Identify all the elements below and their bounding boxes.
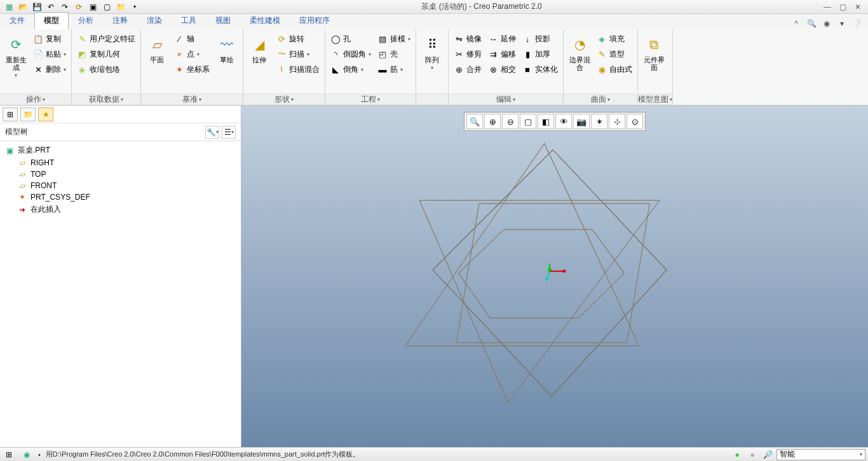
selection-filter-combo[interactable]: 智能 ▾ <box>776 449 865 460</box>
axis-button[interactable]: ⁄轴 <box>172 32 212 46</box>
plane-button[interactable]: ▱平面 <box>144 32 170 66</box>
ribbon-label-operations[interactable]: 操作▾ <box>0 93 71 105</box>
sidebar-tab-favorites[interactable]: ★ <box>38 107 53 121</box>
tree-item-right[interactable]: ▱ RIGHT <box>0 157 241 169</box>
ribbon-label-intent[interactable]: 模型意图▾ <box>638 93 672 105</box>
collapse-ribbon-button[interactable]: ^ <box>790 18 802 29</box>
tab-analysis[interactable]: 分析 <box>69 12 103 29</box>
freestyle-button[interactable]: ◉自由式 <box>594 62 635 76</box>
tree-show-button[interactable]: ☰▾ <box>222 126 236 139</box>
tree-item-insert[interactable]: ➜ 在此插入 <box>0 203 241 216</box>
shrinkwrap-button[interactable]: ◈收缩包络 <box>74 62 138 76</box>
regen-button[interactable]: ⟳ <box>72 1 85 13</box>
close-button[interactable]: ✕ <box>853 3 863 11</box>
tab-render[interactable]: 渲染 <box>137 12 172 29</box>
sidebar-tab-tree[interactable]: ⊞ <box>3 107 18 121</box>
ribbon-label-engineering[interactable]: 工程▾ <box>325 93 416 105</box>
qat-dropdown[interactable]: ▾ <box>128 1 141 13</box>
tab-tools[interactable]: 工具 <box>172 12 206 29</box>
datum-display-button[interactable]: ✶ <box>591 114 607 129</box>
zoom-out-button[interactable]: ⊖ <box>502 114 519 129</box>
new-button[interactable]: ▦ <box>3 1 15 13</box>
paste-button[interactable]: 📄粘贴▾ <box>31 47 69 61</box>
view-manager-button[interactable]: 📷 <box>573 114 590 129</box>
settings-dropdown[interactable]: ▾ <box>836 18 848 29</box>
udf-button[interactable]: ✎用户定义特征 <box>74 32 138 46</box>
csys-icon: ✶ <box>18 193 27 202</box>
redo-button[interactable]: ↷ <box>58 1 71 13</box>
tab-flex[interactable]: 柔性建模 <box>240 12 290 29</box>
find-button[interactable]: 🔎 <box>761 449 774 460</box>
tree-root[interactable]: ▣ 茶桌.PRT <box>0 144 241 157</box>
help-button[interactable]: ❔ <box>851 18 863 29</box>
tree-item-top[interactable]: ▱ TOP <box>0 169 241 180</box>
style-button[interactable]: ✎造型 <box>594 47 635 61</box>
chamfer-button[interactable]: ◣倒角▾ <box>328 62 374 76</box>
display-style-button[interactable]: ◧ <box>538 114 554 129</box>
saved-views-button[interactable]: 👁 <box>555 114 572 129</box>
search-button[interactable]: 🔍 <box>806 18 817 29</box>
ribbon-label-surface[interactable]: 曲面▾ <box>564 93 637 105</box>
ribbon-label-shape[interactable]: 形状▾ <box>243 93 325 105</box>
thicken-button[interactable]: ▮加厚 <box>520 47 560 61</box>
merge-button[interactable]: ⊕合并 <box>451 62 484 76</box>
zoom-fit-button[interactable]: 🔍 <box>466 114 483 129</box>
extend-button[interactable]: ↔延伸 <box>485 32 519 46</box>
sidebar-tab-folder[interactable]: 📁 <box>20 107 36 121</box>
tab-file[interactable]: 文件 <box>0 12 34 29</box>
zoom-in-button[interactable]: ⊕ <box>484 114 501 129</box>
delete-button[interactable]: ✕删除▾ <box>31 62 69 76</box>
shell-button[interactable]: ◰壳 <box>375 47 413 61</box>
round-button[interactable]: ◝倒圆角▾ <box>328 47 374 61</box>
rib-button[interactable]: ▬筋▾ <box>375 62 413 76</box>
open-button[interactable]: 📂 <box>17 1 29 13</box>
sketch-button[interactable]: 〰草绘 <box>214 32 240 66</box>
revolve-button[interactable]: ⟳旋转 <box>274 32 322 46</box>
hole-button[interactable]: ◯孔 <box>328 32 374 46</box>
browser-button[interactable]: ◉ <box>20 449 33 460</box>
style-icon: ✎ <box>597 49 607 59</box>
spin-center-button[interactable]: ⊙ <box>627 114 643 129</box>
project-button[interactable]: ↓投影 <box>520 32 560 46</box>
folder-button[interactable]: 📁 <box>114 1 127 13</box>
undo-button[interactable]: ↶ <box>44 1 57 13</box>
offset-button[interactable]: ⇉偏移 <box>485 47 519 61</box>
csys-button[interactable]: ✶坐标系 <box>172 62 212 76</box>
windows-button[interactable]: ▣ <box>86 1 99 13</box>
tree-toggle-button[interactable]: ⊞ <box>3 449 15 460</box>
draft-button[interactable]: ▧拔模▾ <box>375 32 413 46</box>
component-ui-button[interactable]: ⧉元件界面 <box>641 32 667 74</box>
tree-settings-button[interactable]: 🔧▾ <box>205 126 219 139</box>
tree-item-front[interactable]: ▱ FRONT <box>0 180 241 191</box>
boundaryblend-button[interactable]: ◔边界混合 <box>566 32 593 74</box>
close-win-button[interactable]: ▢ <box>100 1 113 13</box>
ribbon-label-datum[interactable]: 基准▾ <box>141 93 243 105</box>
learning-button[interactable]: ◉ <box>821 18 832 29</box>
fill-button[interactable]: ◈填充 <box>594 32 635 46</box>
maximize-button[interactable]: ▢ <box>837 3 848 11</box>
tab-view[interactable]: 视图 <box>206 12 240 29</box>
intersect-button[interactable]: ⊗相交 <box>485 62 519 76</box>
copygeo-button[interactable]: ◩复制几何 <box>74 47 138 61</box>
annotation-display-button[interactable]: ⊹ <box>609 114 625 129</box>
tab-app[interactable]: 应用程序 <box>290 12 339 29</box>
save-button[interactable]: 💾 <box>31 1 43 13</box>
minimize-button[interactable]: — <box>822 3 832 11</box>
ribbon-label-edit[interactable]: 编辑▾ <box>449 93 563 105</box>
copy-button[interactable]: 📋复制 <box>31 32 69 46</box>
ribbon-label-getdata[interactable]: 获取数据▾ <box>72 93 140 105</box>
canvas[interactable]: 🔍 ⊕ ⊖ ▢ ◧ 👁 📷 ✶ ⊹ ⊙ <box>241 106 868 447</box>
tab-model[interactable]: 模型 <box>34 12 69 29</box>
trim-button[interactable]: ✂修剪 <box>451 47 484 61</box>
regenerate-button[interactable]: ⟳ 重新生成 ▾ <box>3 32 29 81</box>
tab-annotate[interactable]: 注释 <box>103 12 137 29</box>
tree-item-csys[interactable]: ✶ PRT_CSYS_DEF <box>0 191 241 203</box>
solidify-button[interactable]: ■实体化 <box>520 62 560 76</box>
mirror-button[interactable]: ⇋镜像 <box>451 32 484 46</box>
sweepblend-button[interactable]: ⌇扫描混合 <box>274 62 322 76</box>
pattern-button[interactable]: ⠿阵列▾ <box>419 32 445 73</box>
sweep-button[interactable]: 〜扫描▾ <box>274 47 322 61</box>
repaint-button[interactable]: ▢ <box>520 114 536 129</box>
point-button[interactable]: ×点▾ <box>172 47 212 61</box>
extrude-button[interactable]: ◢拉伸 <box>246 32 273 66</box>
